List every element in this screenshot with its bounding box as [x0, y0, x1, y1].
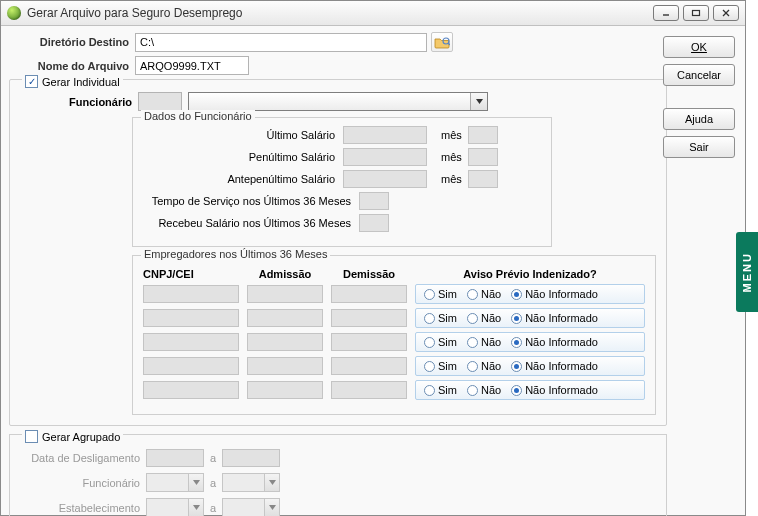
ultimo-salario-label: Último Salário — [143, 129, 343, 141]
svg-rect-1 — [693, 11, 700, 16]
radio-nao-informado[interactable]: Não Informado — [511, 360, 598, 372]
cnpj-input[interactable] — [143, 285, 239, 303]
demissao-input[interactable] — [331, 285, 407, 303]
minimize-button[interactable] — [653, 5, 679, 21]
radio-nao[interactable]: Não — [467, 288, 501, 300]
radio-nao-informado[interactable]: Não Informado — [511, 384, 598, 396]
table-row: Sim Não Não Informado — [143, 284, 645, 304]
estab-de-combo[interactable] — [146, 498, 204, 516]
col-adm: Admissão — [247, 268, 323, 280]
recebeu-salario-label: Recebeu Salário nos Últimos 36 Meses — [143, 217, 359, 229]
a-sep: a — [210, 477, 216, 489]
radio-sim[interactable]: Sim — [424, 336, 457, 348]
radio-sim[interactable]: Sim — [424, 360, 457, 372]
radio-sim[interactable]: Sim — [424, 384, 457, 396]
funcionario-code-input[interactable] — [138, 92, 182, 111]
cnpj-input[interactable] — [143, 381, 239, 399]
radio-nao[interactable]: Não — [467, 336, 501, 348]
aviso-radio-group: Sim Não Não Informado — [415, 332, 645, 352]
penultimo-mes-input[interactable] — [468, 148, 498, 166]
dados-funcionario-group: Dados do Funcionário Último Salário mês … — [132, 117, 552, 247]
radio-nao-informado[interactable]: Não Informado — [511, 336, 598, 348]
chevron-down-icon — [188, 499, 203, 516]
penultimo-salario-input[interactable] — [343, 148, 427, 166]
chevron-down-icon — [264, 474, 279, 491]
maximize-button[interactable] — [683, 5, 709, 21]
browse-folder-button[interactable] — [431, 32, 453, 52]
demissao-input[interactable] — [331, 333, 407, 351]
radio-nao[interactable]: Não — [467, 360, 501, 372]
menu-tab-label: MENU — [741, 252, 753, 292]
help-button[interactable]: Ajuda — [663, 108, 735, 130]
gerar-agrupado-label: Gerar Agrupado — [42, 431, 120, 443]
cnpj-input[interactable] — [143, 333, 239, 351]
tempo-servico-input[interactable] — [359, 192, 389, 210]
antepen-salario-input[interactable] — [343, 170, 427, 188]
menu-tab[interactable]: MENU — [736, 232, 758, 312]
radio-nao-informado[interactable]: Não Informado — [511, 288, 598, 300]
right-button-panel: OK Cancelar Ajuda Sair — [663, 36, 735, 158]
data-deslig-label: Data de Desligamento — [20, 452, 146, 464]
tempo-servico-label: Tempo de Serviço nos Últimos 36 Meses — [143, 195, 359, 207]
cnpj-input[interactable] — [143, 357, 239, 375]
func-ate-combo[interactable] — [222, 473, 280, 492]
mes-label-2: mês — [441, 151, 462, 163]
data-deslig-ate[interactable] — [222, 449, 280, 467]
funcionario-combo[interactable] — [188, 92, 488, 111]
gerar-individual-checkbox[interactable] — [25, 75, 38, 88]
table-row: Sim Não Não Informado — [143, 332, 645, 352]
admissao-input[interactable] — [247, 333, 323, 351]
chevron-down-icon — [470, 93, 487, 110]
radio-sim[interactable]: Sim — [424, 288, 457, 300]
estab-ate-combo[interactable] — [222, 498, 280, 516]
func-de-combo[interactable] — [146, 473, 204, 492]
cancel-button[interactable]: Cancelar — [663, 64, 735, 86]
a-sep: a — [210, 502, 216, 514]
close-button[interactable] — [713, 5, 739, 21]
window-title: Gerar Arquivo para Seguro Desemprego — [27, 6, 242, 20]
radio-sim[interactable]: Sim — [424, 312, 457, 324]
admissao-input[interactable] — [247, 357, 323, 375]
demissao-input[interactable] — [331, 381, 407, 399]
admissao-input[interactable] — [247, 285, 323, 303]
dados-legend: Dados do Funcionário — [141, 110, 255, 122]
empregadores-group: Empregadores nos Últimos 36 Meses CNPJ/C… — [132, 255, 656, 415]
col-cnpj: CNPJ/CEI — [143, 268, 239, 280]
antepen-salario-label: Antepenúltimo Salário — [143, 173, 343, 185]
demissao-input[interactable] — [331, 357, 407, 375]
admissao-input[interactable] — [247, 381, 323, 399]
dir-input[interactable] — [135, 33, 427, 52]
ultimo-salario-input[interactable] — [343, 126, 427, 144]
agrupado-fieldset: Gerar Agrupado Data de Desligamento a Fu… — [9, 434, 667, 516]
radio-nao[interactable]: Não — [467, 384, 501, 396]
mes-label-1: mês — [441, 129, 462, 141]
file-label: Nome do Arquivo — [9, 60, 135, 72]
data-deslig-de[interactable] — [146, 449, 204, 467]
demissao-input[interactable] — [331, 309, 407, 327]
individual-fieldset: Gerar Individual Funcionário Dados do Fu… — [9, 79, 667, 426]
cnpj-input[interactable] — [143, 309, 239, 327]
aviso-radio-group: Sim Não Não Informado — [415, 380, 645, 400]
aviso-radio-group: Sim Não Não Informado — [415, 308, 645, 328]
penultimo-salario-label: Penúltimo Salário — [143, 151, 343, 163]
window: Gerar Arquivo para Seguro Desemprego Dir… — [0, 0, 746, 516]
antepen-mes-input[interactable] — [468, 170, 498, 188]
col-dem: Demissão — [331, 268, 407, 280]
emp-legend: Empregadores nos Últimos 36 Meses — [141, 248, 330, 260]
ultimo-mes-input[interactable] — [468, 126, 498, 144]
file-input[interactable] — [135, 56, 249, 75]
recebeu-salario-input[interactable] — [359, 214, 389, 232]
ok-button[interactable]: OK — [663, 36, 735, 58]
chevron-down-icon — [264, 499, 279, 516]
gerar-agrupado-checkbox[interactable] — [25, 430, 38, 443]
radio-nao[interactable]: Não — [467, 312, 501, 324]
col-aviso: Aviso Prévio Indenizado? — [415, 268, 645, 280]
folder-icon — [434, 36, 450, 49]
admissao-input[interactable] — [247, 309, 323, 327]
mes-label-3: mês — [441, 173, 462, 185]
exit-button[interactable]: Sair — [663, 136, 735, 158]
estab-label: Estabelecimento — [20, 502, 146, 514]
table-row: Sim Não Não Informado — [143, 380, 645, 400]
radio-nao-informado[interactable]: Não Informado — [511, 312, 598, 324]
dir-label: Diretório Destino — [9, 36, 135, 48]
